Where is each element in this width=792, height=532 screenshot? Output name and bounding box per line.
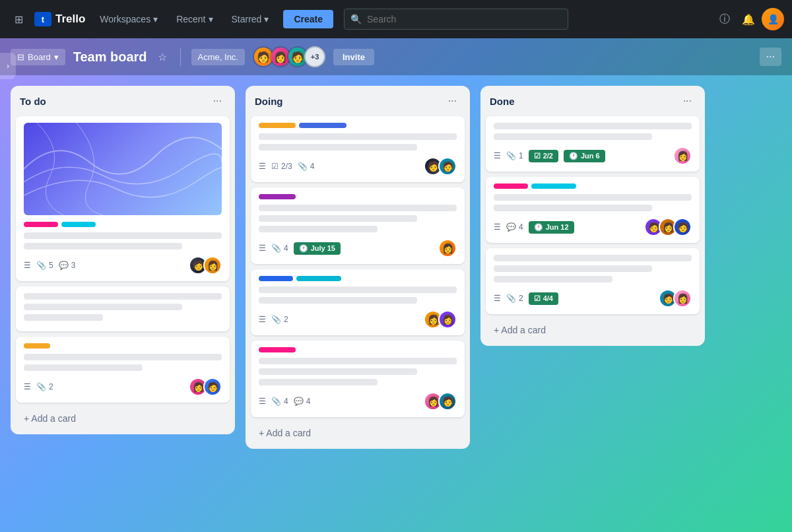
label-purple [259, 194, 296, 199]
card-avatar-2: 🧑 [203, 378, 222, 396]
comment-icon: 💬 [506, 222, 516, 232]
list-menu-doing[interactable]: ··· [444, 94, 461, 108]
clock-icon: 🕐 [534, 223, 543, 232]
label-blue [259, 276, 293, 281]
card-avatars: 👩 🧑 [189, 378, 222, 396]
card-cover-image [24, 123, 222, 215]
card-text-line [259, 226, 378, 232]
card-text-line [24, 364, 143, 371]
trello-logo-icon: t [34, 12, 51, 26]
info-button[interactable]: ⓘ [714, 9, 735, 30]
starred-menu[interactable]: Starred ▾ [225, 10, 276, 28]
sidebar-toggle[interactable]: › [0, 53, 16, 79]
card-text-line [494, 194, 692, 201]
board-title: Team board [73, 50, 147, 65]
card-desc-icon: ☰ [259, 315, 266, 324]
card-avatar-1: 👩 [673, 147, 692, 165]
star-button[interactable]: ☆ [155, 48, 170, 66]
invite-button[interactable]: Invite [333, 49, 374, 65]
notifications-button[interactable]: 🔔 [738, 9, 759, 30]
card-todo-1[interactable]: ☰ 📎 5 💬 3 🧑 👩 [16, 116, 230, 281]
card-labels [24, 222, 222, 227]
card-attachments: 📎 5 [36, 261, 53, 270]
create-button[interactable]: Create [283, 10, 333, 28]
card-done-2[interactable]: ☰ 💬 4 🕐 Jun 12 🧑 👩 🧑 [486, 177, 700, 243]
card-comments: 💬 3 [59, 261, 76, 270]
card-desc-icon: ☰ [494, 222, 501, 232]
checklist-icon: ☑ [271, 162, 279, 171]
chevron-down-icon: ▾ [209, 14, 213, 24]
card-text-line [24, 293, 222, 300]
list-title-done: Done [490, 96, 515, 107]
card-footer: ☰ 💬 4 🕐 Jun 12 🧑 👩 🧑 [494, 218, 692, 236]
card-doing-3[interactable]: ☰ 📎 2 👩 👩 [251, 269, 465, 335]
user-avatar[interactable]: 👤 [762, 8, 784, 30]
divider [180, 48, 181, 66]
card-checklist: ☑ 2/3 [271, 162, 292, 171]
list-done: Done ··· ☰ 📎 1 ☑ 2/2 🕐 Jun 6 👩 [480, 86, 705, 346]
list-title-doing: Doing [255, 96, 283, 107]
extra-members-count[interactable]: +3 [304, 46, 325, 67]
card-avatar-1: 👩 [438, 239, 457, 257]
card-todo-3[interactable]: ☰ 📎 2 👩 🧑 [16, 337, 230, 403]
card-doing-1[interactable]: ☰ ☑ 2/3 📎 4 🧑 🧑 [251, 116, 465, 182]
attachment-icon: 📎 [36, 382, 46, 391]
list-todo: To do ··· ☰ [11, 86, 235, 434]
recent-menu[interactable]: Recent ▾ [170, 10, 219, 28]
card-comments: 💬 4 [506, 222, 523, 232]
trello-logo[interactable]: t Trello [34, 12, 85, 26]
search-input[interactable] [344, 9, 568, 30]
card-attachments: 📎 4 [271, 244, 288, 253]
card-avatars: 👩 🧑 [424, 392, 457, 411]
comment-icon: 💬 [294, 397, 304, 406]
card-attachments: 📎 1 [506, 151, 523, 160]
checklist-badge: ☑ 2/2 [529, 150, 558, 162]
card-text-line [494, 276, 612, 283]
card-avatars: 🧑 👩 [189, 256, 222, 275]
description-icon: ☰ [24, 382, 31, 391]
workspaces-menu[interactable]: Workspaces ▾ [93, 10, 164, 28]
card-attachments: 📎 2 [506, 294, 523, 303]
card-todo-2[interactable] [16, 286, 230, 331]
card-text-line [494, 265, 652, 272]
card-text-line [24, 304, 182, 310]
card-labels [259, 347, 457, 352]
description-icon: ☰ [24, 261, 31, 270]
card-avatar-2: 👩 [438, 310, 457, 329]
card-footer: ☰ 📎 1 ☑ 2/2 🕐 Jun 6 👩 [494, 147, 692, 165]
card-doing-2[interactable]: ☰ 📎 4 🕐 July 15 👩 [251, 187, 465, 264]
add-card-button-todo[interactable]: + Add a card [16, 408, 230, 429]
more-options-button[interactable]: ··· [760, 48, 781, 66]
clock-icon: 🕐 [569, 152, 578, 160]
card-avatar-2: 🧑 [438, 157, 457, 176]
card-text-line [494, 205, 652, 211]
attachment-icon: 📎 [271, 244, 281, 253]
list-menu-todo[interactable]: ··· [209, 94, 226, 108]
label-blue [299, 123, 346, 128]
add-card-button-done[interactable]: + Add a card [486, 319, 700, 341]
list-doing: Doing ··· ☰ ☑ 2/3 📎 4 🧑 🧑 [246, 86, 470, 449]
add-card-button-doing[interactable]: + Add a card [251, 422, 465, 444]
board-view-button[interactable]: ⊟ Board ▾ [11, 49, 65, 65]
card-attachments: 📎 2 [271, 315, 288, 324]
checklist-badge: ☑ 4/4 [529, 292, 558, 305]
card-labels [24, 343, 222, 349]
card-footer: ☰ 📎 2 ☑ 4/4 🧑 👩 [494, 289, 692, 308]
card-done-3[interactable]: ☰ 📎 2 ☑ 4/4 🧑 👩 [486, 248, 700, 314]
comment-icon: 💬 [59, 261, 69, 270]
workspace-label[interactable]: Acme, Inc. [191, 49, 245, 65]
clock-icon: 🕐 [299, 244, 308, 253]
board-view-icon: ⊟ [17, 52, 24, 62]
card-done-1[interactable]: ☰ 📎 1 ☑ 2/2 🕐 Jun 6 👩 [486, 116, 700, 172]
grid-icon[interactable]: ⊞ [8, 9, 29, 30]
list-title-todo: To do [20, 96, 46, 107]
card-desc-icon: ☰ [259, 397, 266, 406]
card-avatars: 🧑 👩 [659, 289, 692, 308]
card-text-line [494, 133, 652, 140]
checklist-icon: ☑ [534, 152, 541, 160]
card-doing-4[interactable]: ☰ 📎 4 💬 4 👩 🧑 [251, 341, 465, 417]
attachment-icon: 📎 [506, 294, 516, 303]
list-menu-done[interactable]: ··· [679, 94, 696, 108]
list-header-doing: Doing ··· [246, 86, 470, 114]
card-avatars: 👩 👩 [424, 310, 457, 329]
